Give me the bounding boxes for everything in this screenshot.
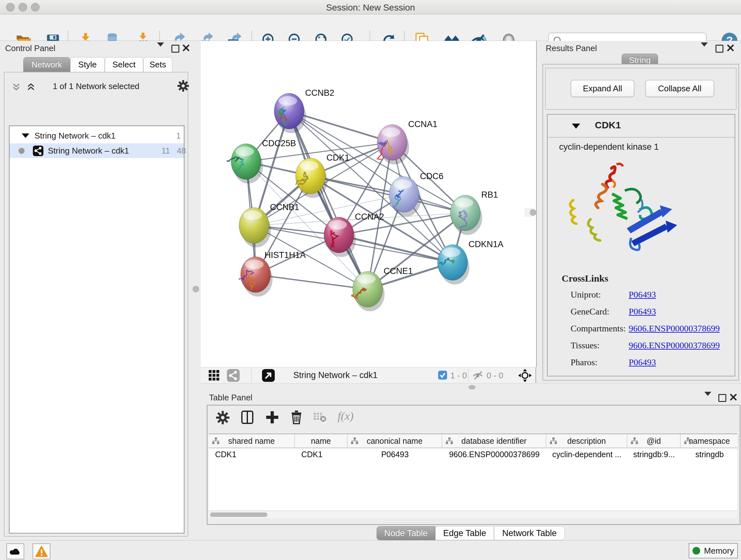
- network-column-icon: [351, 437, 358, 445]
- gene-section-collapse-icon[interactable]: [572, 124, 580, 129]
- table-panel-float-icon[interactable]: [718, 394, 726, 402]
- crosslink-label: GeneCard:: [570, 307, 609, 316]
- column-header-shared-name[interactable]: shared name: [209, 434, 295, 448]
- function-builder-icon-disabled: f(x): [338, 409, 354, 423]
- crosslink-value-link[interactable]: 9606.ENSP00000378699: [629, 340, 720, 351]
- crosslink-value-link[interactable]: P06493: [629, 290, 656, 300]
- tab-style[interactable]: Style: [70, 57, 105, 72]
- network-canvas[interactable]: CCNB2CCNA1CDC25BCDK1CDC6RB1CCNB1CCNA2CDK…: [201, 41, 537, 367]
- tab-network-table[interactable]: Network Table: [494, 526, 565, 540]
- string-network-icon: [33, 145, 44, 156]
- column-header--id[interactable]: @id: [627, 434, 681, 448]
- selected-checkbox-icon[interactable]: [438, 371, 447, 380]
- memory-button[interactable]: Memory: [689, 543, 738, 558]
- column-header-namespace[interactable]: namespace: [681, 434, 738, 448]
- tab-network[interactable]: Network: [23, 57, 70, 72]
- table-cell[interactable]: CDK1: [209, 448, 295, 461]
- network-node-CCNA2[interactable]: [324, 217, 356, 257]
- crosslink-value-link[interactable]: P06493: [629, 357, 656, 368]
- network-edge[interactable]: [311, 176, 465, 213]
- table-cell[interactable]: P06493: [347, 448, 442, 461]
- network-column-icon: [446, 437, 453, 445]
- pan-crosshair-icon[interactable]: [518, 368, 532, 382]
- show-columns-icon[interactable]: [240, 410, 255, 425]
- create-column-icon[interactable]: [265, 410, 280, 425]
- birdseye-view-icon[interactable]: [262, 369, 275, 382]
- gene-section: CDK1 cyclin-dependent kinase 1: [547, 114, 735, 376]
- node-label-CDC25B: CDC25B: [262, 138, 296, 148]
- network-collection-row[interactable]: String Network – cdk1 1: [10, 129, 184, 143]
- memory-status-icon: [692, 547, 700, 555]
- string-network-graph[interactable]: CCNB2CCNA1CDC25BCDK1CDC6RB1CCNB1CCNA2CDK…: [201, 41, 536, 367]
- collapse-all-button[interactable]: Collapse All: [645, 80, 714, 97]
- node-label-HIST1H1A: HIST1H1A: [265, 250, 306, 260]
- delete-column-trash-icon[interactable]: [289, 410, 304, 425]
- cloud-status-button[interactable]: [6, 543, 24, 559]
- table-splitter-handle[interactable]: [468, 385, 475, 389]
- warning-status-button[interactable]: [32, 543, 51, 559]
- network-node-CDC25B[interactable]: [227, 144, 263, 184]
- network-edge[interactable]: [256, 274, 367, 289]
- column-header-database-identifier[interactable]: database identifier: [442, 434, 546, 448]
- column-header-name[interactable]: name: [295, 434, 347, 448]
- results-panel-title: Results Panel: [546, 44, 597, 53]
- network-node-CDC6[interactable]: [389, 177, 421, 216]
- control-panel-close-icon[interactable]: [183, 44, 190, 51]
- node-label-CCNB2: CCNB2: [305, 88, 334, 98]
- left-divider-handle[interactable]: [192, 286, 199, 293]
- node-label-CCNA2: CCNA2: [355, 212, 384, 222]
- table-hscrollbar-thumb[interactable]: [210, 512, 267, 517]
- crosslink-value-link[interactable]: 9606.ENSP00000378699: [629, 323, 720, 334]
- crosslink-label: Uniprot:: [570, 290, 601, 300]
- table-cell[interactable]: stringdb:9...: [627, 448, 681, 461]
- column-header-label: @id: [647, 436, 661, 446]
- node-label-CDK1: CDK1: [327, 153, 349, 163]
- table-cell[interactable]: cyclin-dependent ...: [546, 448, 627, 461]
- table-cell[interactable]: stringdb: [681, 448, 738, 461]
- network-view-dot-icon: [18, 148, 24, 154]
- network-node-CCNB2[interactable]: [274, 93, 306, 133]
- collection-expand-icon[interactable]: [22, 133, 29, 138]
- network-view-title: String Network – cdk1: [293, 370, 378, 380]
- table-hscrollbar-track[interactable]: [209, 511, 737, 518]
- crosslink-value-link[interactable]: P06493: [629, 307, 656, 317]
- network-tab-content: 1 of 1 Network selected String Network –…: [4, 72, 188, 537]
- table-settings-gear-icon[interactable]: [216, 411, 230, 425]
- network-node-CDKN1A[interactable]: [437, 245, 469, 285]
- expand-all-button[interactable]: Expand All: [570, 80, 634, 97]
- hidden-node-edge-count: 0 - 0: [487, 371, 503, 381]
- network-edge-count: 48: [177, 146, 186, 156]
- tab-edge-table[interactable]: Edge Table: [435, 526, 494, 540]
- grid-view-icon[interactable]: [208, 370, 220, 381]
- table-cell[interactable]: 9606.ENSP00000378699: [442, 448, 546, 461]
- right-divider-handle[interactable]: [530, 209, 536, 216]
- column-header-description[interactable]: description: [546, 434, 627, 448]
- node-label-CDKN1A: CDKN1A: [468, 240, 503, 249]
- results-panel-close-icon[interactable]: [727, 44, 734, 51]
- string-view-icon[interactable]: [227, 369, 240, 382]
- column-header-canonical-name[interactable]: canonical name: [347, 434, 442, 448]
- network-column-icon: [212, 437, 219, 445]
- network-node-CDK1[interactable]: [295, 158, 327, 198]
- table-cell[interactable]: CDK1: [295, 448, 347, 461]
- control-panel-float-icon[interactable]: [172, 45, 179, 53]
- network-row-selected[interactable]: String Network – cdk1 11 48: [10, 143, 184, 158]
- tab-select[interactable]: Select: [105, 57, 143, 72]
- network-column-icon: [630, 437, 638, 445]
- control-panel-menu-icon[interactable]: [157, 47, 164, 52]
- network-options-gear-icon[interactable]: [177, 79, 190, 92]
- tab-sets[interactable]: Sets: [143, 57, 172, 72]
- network-node-RB1[interactable]: [450, 195, 482, 235]
- title-bar: Session: New Session: [0, 0, 741, 14]
- hidden-eye-slash-icon[interactable]: [472, 370, 483, 381]
- control-panel: Control Panel NetworkStyleSelectSets 1 o…: [0, 41, 191, 540]
- results-panel-menu-icon[interactable]: [701, 47, 708, 52]
- network-node-HIST1H1A[interactable]: [239, 257, 273, 297]
- tab-node-table[interactable]: Node Table: [377, 526, 435, 540]
- network-node-CCNA1[interactable]: [377, 125, 409, 165]
- table-panel-menu-icon[interactable]: [704, 396, 711, 401]
- network-node-CCNE1[interactable]: [352, 271, 385, 311]
- results-panel-float-icon[interactable]: [716, 45, 724, 53]
- table-panel-close-icon[interactable]: [730, 394, 737, 401]
- network-edge[interactable]: [289, 111, 367, 289]
